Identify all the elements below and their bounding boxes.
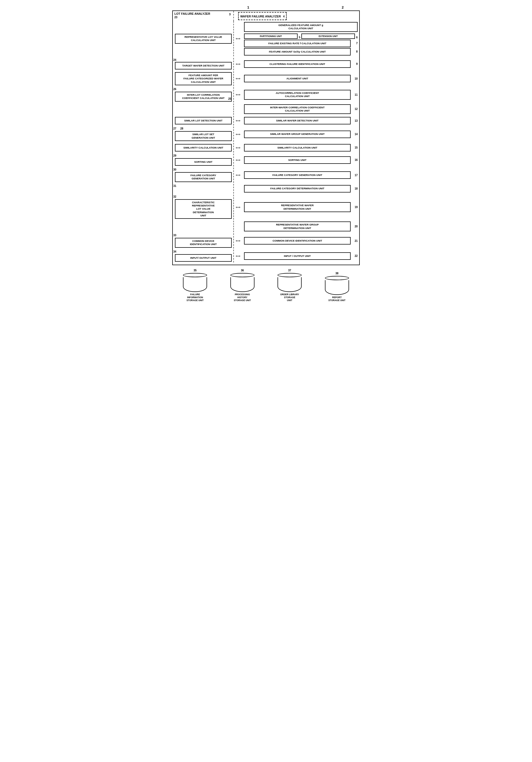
- alignment-unit: ALIGNMENT UNIT: [244, 75, 351, 82]
- similar-lot-detection-unit: SIMILAR LOT DETECTION UNIT: [175, 117, 232, 124]
- row-14: 33 COMMON DEVICEIDENTIFICATION UNIT ⟺ CO…: [173, 233, 359, 249]
- row-15-right: INPUT / OUTPUT UNIT 22: [242, 250, 359, 263]
- top-num-2: 2: [342, 5, 344, 9]
- num-28: 28: [180, 127, 183, 130]
- row-10: 30 FAILURE CATEGORYGENERATION UNIT ⟺ FAI…: [173, 168, 359, 183]
- right-panel-header: 3 WAFER FAILURE ANALYZER 4: [234, 11, 359, 21]
- num-17: 17: [352, 174, 358, 177]
- failure-existing-rate-unit: FAILURE EXISTING RATE f CALCULATION UNIT: [244, 40, 351, 47]
- num-29: 29: [173, 154, 176, 157]
- row-15: 34 INPUT/ OUTPUT UNIT ⟺ INPUT / OUTPUT U…: [173, 250, 359, 263]
- num-16: 16: [352, 158, 358, 161]
- order-library-storage: 37 ORDER LIBRARYSTORAGEUNIT: [267, 269, 313, 302]
- report-storage: 38 REPORTSTORAGE UNIT: [314, 272, 360, 302]
- num-30: 30: [173, 168, 176, 171]
- num-37: 37: [288, 269, 291, 272]
- partitioning-unit: PARTITIONING UNIT: [244, 34, 298, 39]
- row-12-right: REPRESENTATIVE WAFERDETERMINATION UNIT 1…: [242, 195, 359, 220]
- header-row: LOT FAILURE ANALYZER 23 3 WAFER FAILURE …: [173, 11, 359, 21]
- center-arrow-num: 3: [229, 13, 231, 16]
- row-5-right: INTER-WAFER CORRELATION COEFFICIENTCALCU…: [242, 104, 359, 115]
- row-12: 32 CHARACTERISTICREPRESENTATIVELOT VALUE…: [173, 195, 359, 220]
- common-device-identification-unit-left: COMMON DEVICEIDENTIFICATION UNIT: [175, 238, 232, 248]
- num-24: 24: [173, 58, 176, 61]
- arrow-15: ⟺: [234, 250, 242, 263]
- num-26: 26: [173, 88, 176, 91]
- num-35: 35: [194, 269, 197, 272]
- num-20: 20: [352, 225, 358, 228]
- num-33: 33: [173, 234, 176, 237]
- num-31: 31: [173, 185, 176, 188]
- row-14-right: COMMON DEVICE IDENTIFICATION UNIT 21: [242, 233, 359, 249]
- cylinder-38: [320, 276, 355, 295]
- arrow-1: ⟺: [234, 21, 242, 56]
- top-num-1: 1: [247, 5, 249, 9]
- num-15: 15: [352, 146, 358, 149]
- cyl-body-35: [183, 277, 207, 292]
- row-4-left: 26 INTER-LOT CORRELATIONCOEFFICIENT CALC…: [173, 87, 234, 103]
- cylinder-35: [177, 273, 212, 292]
- row-13-right: REPRESENTATIVE WAFER GROUPDETERMINATION …: [242, 221, 359, 232]
- cyl-body-36: [231, 277, 254, 292]
- num-19: 19: [352, 206, 358, 209]
- row-1-right: GENERALIZED FEATURE AMOUNT gCALCULATION …: [242, 21, 359, 56]
- num-32: 32: [173, 195, 176, 198]
- num-13: 13: [352, 119, 358, 122]
- arrow-6: ⟺: [234, 116, 242, 125]
- lot-num: 23: [174, 16, 232, 19]
- cyl-top-38: [325, 276, 349, 280]
- row-8: SIMILARITY CALCULATION UNIT ⟺ SIMILARITY…: [173, 143, 359, 153]
- row-11-right: FAILURE CATEGORY DETERMINATION UNIT 18: [242, 184, 359, 193]
- order-library-storage-label: ORDER LIBRARYSTORAGEUNIT: [280, 293, 299, 302]
- processing-history-storage-label: PROCESSINGHISTORYSTORAGE UNIT: [234, 293, 251, 302]
- cyl-top-35: [183, 273, 207, 277]
- failure-category-generation-unit-left: FAILURE CATEGORYGENERATION UNIT: [175, 172, 232, 182]
- arrow-8: ⟺: [234, 143, 242, 153]
- row-8-right: SIMILARITY CALCULATION UNIT 15: [242, 143, 359, 153]
- row-2-left: 24 TARGET WAFER DETECTION UNIT: [173, 58, 234, 70]
- num-22: 22: [352, 255, 358, 258]
- lot-failure-analyzer-title: LOT FAILURE ANALYZER: [174, 12, 232, 15]
- num-27: 27: [173, 127, 176, 130]
- representative-wafer-group-determination-unit: REPRESENTATIVE WAFER GROUPDETERMINATION …: [244, 221, 351, 231]
- representative-wafer-determination-unit: REPRESENTATIVE WAFERDETERMINATION UNIT: [244, 202, 351, 212]
- similar-wafer-detection-unit: SIMILAR WAFER DETECTION UNIT: [244, 117, 351, 124]
- row-2-right: CLUSTERING FAILURE IDENTIFICATION UNIT 9: [242, 58, 359, 70]
- row-7-right: SIMILAR WAFER GROUP GENERATION UNIT 14: [242, 126, 359, 142]
- row-4-right: AUTOCORRELATION COEFFICIENTCALCULATION U…: [242, 87, 359, 103]
- failure-category-determination-unit: FAILURE CATEGORY DETERMINATION UNIT: [244, 185, 351, 192]
- diagram-wrapper: 1 2 LOT FAILURE ANALYZER 23 3 WAFER FAIL…: [172, 5, 360, 302]
- extension-unit: EXTENSION UNIT: [301, 34, 355, 39]
- row-5: ⟺ INTER-WAFER CORRELATION COEFFICIENTCAL…: [173, 104, 359, 115]
- row-9-left: 29 SORTING UNIT: [173, 154, 234, 167]
- row-15-left: 34 INPUT/ OUTPUT UNIT: [173, 250, 234, 263]
- row-1: REPRESENTATIVE LOT VALUECALCULATION UNIT…: [173, 21, 359, 56]
- num-21: 21: [352, 239, 358, 242]
- inter-lot-correlation-unit: INTER-LOT CORRELATIONCOEFFICIENT CALCULA…: [175, 92, 232, 102]
- failure-category-generation-unit-right: FAILURE CATEGORY GENERATION UNIT: [244, 171, 351, 179]
- arrow-9: ⟺: [234, 154, 242, 167]
- cyl-top-36: [231, 273, 254, 277]
- failure-information-storage-label: FAILUREINFORMATIONSTORAGE UNIT: [186, 293, 204, 302]
- num-12: 12: [352, 108, 358, 111]
- arrow-10: ⟺: [234, 168, 242, 183]
- clustering-failure-identification-unit: CLUSTERING FAILURE IDENTIFICATION UNIT: [244, 60, 351, 68]
- row-6-left: SIMILAR LOT DETECTION UNIT: [173, 116, 234, 125]
- autocorrelation-unit: AUTOCORRELATION COEFFICIENTCALCULATION U…: [244, 90, 351, 100]
- sub-row-partitioning: PARTITIONING UNIT 5 EXTENSION UNIT 6: [244, 34, 358, 39]
- report-storage-label: REPORTSTORAGE UNIT: [328, 296, 346, 302]
- storage-section: 35 FAILUREINFORMATIONSTORAGE UNIT 36 PRO…: [172, 269, 360, 302]
- input-output-unit-left: INPUT/ OUTPUT UNIT: [175, 254, 232, 262]
- num-34: 34: [173, 250, 176, 253]
- cyl-body-38: [325, 280, 349, 295]
- arrow-4: ⟺: [234, 87, 242, 103]
- num-10: 10: [352, 77, 358, 80]
- row-3-right: ALIGNMENT UNIT 10: [242, 71, 359, 86]
- num-7: 7: [352, 42, 358, 45]
- arrow-3: ⟺: [234, 71, 242, 86]
- row-9: 29 SORTING UNIT ⟺ SORTING UNIT 16: [173, 154, 359, 167]
- sorting-unit-right: SORTING UNIT: [244, 156, 351, 164]
- similarity-calculation-unit-right: SIMILARITY CALCULATION UNIT: [244, 144, 351, 151]
- row-3-left: FEATURE AMOUNT PERFAILURE CATEGORIZED WA…: [173, 71, 234, 86]
- wafer-num: 4: [283, 15, 285, 18]
